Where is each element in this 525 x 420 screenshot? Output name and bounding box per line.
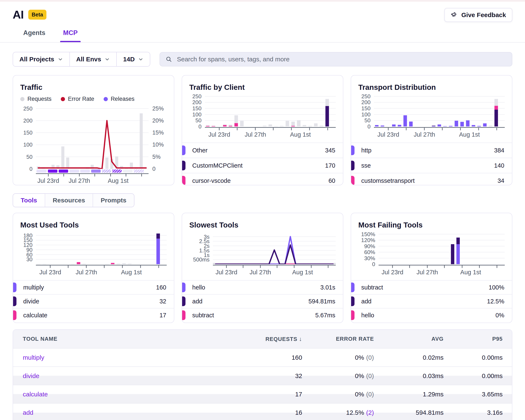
series-chip xyxy=(182,283,186,292)
right-axis-labels: 25%20%15%10%5%0 xyxy=(149,106,167,185)
right-tick-label: 10% xyxy=(152,141,164,148)
series-value: 100% xyxy=(489,284,504,291)
series-label: sse xyxy=(361,162,494,169)
tool-link[interactable]: multiply xyxy=(23,354,44,361)
legend-row[interactable]: subtract5.67ms xyxy=(182,308,343,322)
legend-row[interactable]: divide32 xyxy=(13,294,174,308)
search-input[interactable] xyxy=(176,55,506,63)
series-value: 384 xyxy=(494,147,504,154)
series-value: 170 xyxy=(325,162,335,169)
legend-row[interactable]: hello3.01s xyxy=(182,280,343,294)
y-tick-label: 0 xyxy=(368,123,371,130)
used-legend-rows: multiply160divide32calculate17 xyxy=(13,280,174,322)
tools-table: TOOL NAME REQUESTS↓ ERROR RATE AVG P95 m… xyxy=(13,329,512,420)
x-tick-label: Jul 27th xyxy=(250,269,271,276)
x-tick-label: Jul 27th xyxy=(414,131,435,138)
error-rate-cell: 0%(0) xyxy=(311,348,383,367)
legend-row[interactable]: hello0% xyxy=(351,308,512,322)
header: AI Beta Give Feedback xyxy=(0,2,525,22)
legend-row[interactable]: multiply160 xyxy=(13,280,174,294)
tool-link[interactable]: add xyxy=(23,409,33,416)
legend-row[interactable]: customssetransport34 xyxy=(351,173,512,185)
right-tick-label: 25% xyxy=(152,105,164,112)
y-axis-labels: 150%120%90%60%30%0 xyxy=(358,233,379,278)
failing-legend-rows: subtract100%add12.5%hello0% xyxy=(351,280,512,322)
error-count-link[interactable]: (2) xyxy=(366,409,374,416)
tool-link[interactable]: divide xyxy=(23,372,39,379)
release-segment xyxy=(123,170,132,173)
legend-item: Releases xyxy=(103,96,135,102)
legend-row[interactable]: add12.5% xyxy=(351,294,512,308)
give-feedback-button[interactable]: Give Feedback xyxy=(444,8,512,22)
table-body: multiply1600%(0)0.02ms0.00msdivide320%(0… xyxy=(13,348,512,420)
date-range-dropdown[interactable]: 14D xyxy=(116,52,150,66)
series-label: subtract xyxy=(361,284,489,291)
col-error-rate[interactable]: ERROR RATE xyxy=(311,330,383,348)
legend-row[interactable]: Other345 xyxy=(182,143,343,158)
sort-desc-icon: ↓ xyxy=(299,336,302,342)
legend-row[interactable]: cursor-vscode60 xyxy=(182,173,343,185)
series-label: cursor-vscode xyxy=(192,177,328,184)
projects-filter-dropdown[interactable]: All Projects xyxy=(13,52,69,66)
search-bar[interactable] xyxy=(159,52,512,66)
p95-cell: 0.00ms xyxy=(453,367,512,385)
tab-resources[interactable]: Resources xyxy=(45,194,93,207)
x-tick-label: Jul 23rd xyxy=(39,269,61,276)
series-label: add xyxy=(361,298,487,305)
y-tick-label: 100 xyxy=(361,111,371,118)
series-value: 12.5% xyxy=(487,298,504,305)
series-chip xyxy=(13,283,17,292)
legend-row[interactable]: add594.81ms xyxy=(182,294,343,308)
col-requests[interactable]: REQUESTS↓ xyxy=(248,330,311,348)
feedback-label: Give Feedback xyxy=(461,11,506,18)
series-chip xyxy=(351,283,355,292)
y-tick-label: 50 xyxy=(365,117,371,124)
legend-row[interactable]: CustomMCPClient170 xyxy=(182,158,343,173)
requests-cell: 17 xyxy=(248,385,311,403)
projects-filter-label: All Projects xyxy=(19,56,54,63)
series-value: 0% xyxy=(496,312,504,319)
legend-row[interactable]: calculate17 xyxy=(13,308,174,322)
legend-row[interactable]: http384 xyxy=(351,143,512,158)
y-tick-label: 200 xyxy=(192,99,202,106)
traffic-by-client-card: Traffic by Client 250200150100500 Jul 23… xyxy=(182,75,343,185)
series-label: subtract xyxy=(192,312,315,319)
error-rate-cell: 0%(0) xyxy=(311,367,383,385)
y-axis-labels: 250200150100500 xyxy=(20,106,36,185)
x-tick-label: Jul 27th xyxy=(417,269,438,276)
series-value: 140 xyxy=(494,162,504,169)
release-segment xyxy=(80,170,90,173)
tab-agents[interactable]: Agents xyxy=(20,29,48,42)
col-tool-name[interactable]: TOOL NAME xyxy=(13,330,248,348)
most-failing-tools-card: Most Failing Tools 150%120%90%60%30%0 Ju… xyxy=(351,213,512,323)
series-value: 5.67ms xyxy=(315,312,335,319)
x-tick-label: Jul 27th xyxy=(76,269,97,276)
series-chip xyxy=(182,161,186,170)
tab-tools[interactable]: Tools xyxy=(13,194,45,207)
envs-filter-dropdown[interactable]: All Envs xyxy=(69,52,116,66)
x-axis-labels: Jul 23rdJul 27thAug 1st xyxy=(36,265,167,278)
top-strip xyxy=(0,0,525,2)
y-axis-labels: 180150120906030 xyxy=(20,233,36,278)
tool-link[interactable]: calculate xyxy=(23,391,48,398)
series-value: 32 xyxy=(159,298,166,305)
legend-row[interactable]: subtract100% xyxy=(351,280,512,294)
series-value: 3.01s xyxy=(320,284,335,291)
col-p95[interactable]: P95 xyxy=(453,330,512,348)
series-chip xyxy=(351,296,355,306)
y-tick-label: 0 xyxy=(372,261,375,268)
traffic-chart xyxy=(36,106,149,169)
x-axis-labels: Jul 23rdJul 27thAug 1st xyxy=(213,265,336,278)
col-avg[interactable]: AVG xyxy=(383,330,453,348)
most-failing-tools-chart xyxy=(379,233,505,264)
x-tick-label: Aug 1st xyxy=(290,131,311,138)
x-tick-label: Jul 27th xyxy=(245,131,266,138)
tab-mcp[interactable]: MCP xyxy=(60,29,81,42)
legend-label: Releases xyxy=(111,96,135,102)
tab-prompts[interactable]: Prompts xyxy=(93,194,134,207)
client-legend-rows: Other345CustomMCPClient170cursor-vscode6… xyxy=(182,143,343,185)
series-value: 594.81ms xyxy=(309,298,335,305)
legend-row[interactable]: sse140 xyxy=(351,158,512,173)
series-label: http xyxy=(361,147,494,154)
card-title: Transport Distribution xyxy=(358,83,505,91)
